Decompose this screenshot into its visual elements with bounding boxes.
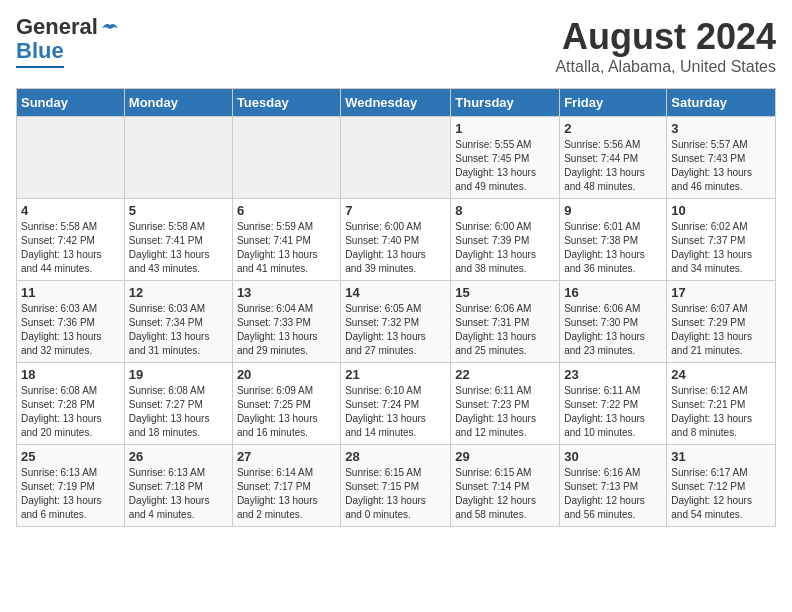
calendar-day-cell: 18Sunrise: 6:08 AM Sunset: 7:28 PM Dayli… (17, 363, 125, 445)
day-info: Sunrise: 6:02 AM Sunset: 7:37 PM Dayligh… (671, 220, 771, 276)
calendar-day-cell: 16Sunrise: 6:06 AM Sunset: 7:30 PM Dayli… (560, 281, 667, 363)
day-number: 18 (21, 367, 120, 382)
day-info: Sunrise: 6:08 AM Sunset: 7:28 PM Dayligh… (21, 384, 120, 440)
day-info: Sunrise: 6:08 AM Sunset: 7:27 PM Dayligh… (129, 384, 228, 440)
day-of-week-header: Monday (124, 89, 232, 117)
calendar-day-cell: 28Sunrise: 6:15 AM Sunset: 7:15 PM Dayli… (341, 445, 451, 527)
day-number: 24 (671, 367, 771, 382)
day-info: Sunrise: 6:10 AM Sunset: 7:24 PM Dayligh… (345, 384, 446, 440)
day-number: 2 (564, 121, 662, 136)
day-number: 4 (21, 203, 120, 218)
day-number: 14 (345, 285, 446, 300)
day-info: Sunrise: 6:00 AM Sunset: 7:39 PM Dayligh… (455, 220, 555, 276)
day-of-week-header: Tuesday (232, 89, 340, 117)
day-number: 15 (455, 285, 555, 300)
day-info: Sunrise: 6:13 AM Sunset: 7:18 PM Dayligh… (129, 466, 228, 522)
calendar-subtitle: Attalla, Alabama, United States (555, 58, 776, 76)
day-of-week-header: Wednesday (341, 89, 451, 117)
day-number: 5 (129, 203, 228, 218)
calendar-day-cell: 19Sunrise: 6:08 AM Sunset: 7:27 PM Dayli… (124, 363, 232, 445)
calendar-week-row: 18Sunrise: 6:08 AM Sunset: 7:28 PM Dayli… (17, 363, 776, 445)
day-info: Sunrise: 6:03 AM Sunset: 7:36 PM Dayligh… (21, 302, 120, 358)
calendar-day-cell: 25Sunrise: 6:13 AM Sunset: 7:19 PM Dayli… (17, 445, 125, 527)
calendar-day-cell: 1Sunrise: 5:55 AM Sunset: 7:45 PM Daylig… (451, 117, 560, 199)
day-info: Sunrise: 5:55 AM Sunset: 7:45 PM Dayligh… (455, 138, 555, 194)
day-info: Sunrise: 6:01 AM Sunset: 7:38 PM Dayligh… (564, 220, 662, 276)
day-number: 27 (237, 449, 336, 464)
day-info: Sunrise: 6:04 AM Sunset: 7:33 PM Dayligh… (237, 302, 336, 358)
day-info: Sunrise: 6:09 AM Sunset: 7:25 PM Dayligh… (237, 384, 336, 440)
day-info: Sunrise: 6:03 AM Sunset: 7:34 PM Dayligh… (129, 302, 228, 358)
day-number: 26 (129, 449, 228, 464)
day-number: 17 (671, 285, 771, 300)
calendar-day-cell: 5Sunrise: 5:58 AM Sunset: 7:41 PM Daylig… (124, 199, 232, 281)
day-info: Sunrise: 6:15 AM Sunset: 7:15 PM Dayligh… (345, 466, 446, 522)
day-info: Sunrise: 6:14 AM Sunset: 7:17 PM Dayligh… (237, 466, 336, 522)
day-number: 25 (21, 449, 120, 464)
day-number: 22 (455, 367, 555, 382)
calendar-day-cell: 10Sunrise: 6:02 AM Sunset: 7:37 PM Dayli… (667, 199, 776, 281)
day-info: Sunrise: 6:15 AM Sunset: 7:14 PM Dayligh… (455, 466, 555, 522)
calendar-day-cell (232, 117, 340, 199)
day-info: Sunrise: 5:57 AM Sunset: 7:43 PM Dayligh… (671, 138, 771, 194)
calendar-day-cell: 2Sunrise: 5:56 AM Sunset: 7:44 PM Daylig… (560, 117, 667, 199)
day-number: 7 (345, 203, 446, 218)
day-number: 11 (21, 285, 120, 300)
calendar-day-cell (17, 117, 125, 199)
day-info: Sunrise: 5:58 AM Sunset: 7:42 PM Dayligh… (21, 220, 120, 276)
calendar-day-cell: 8Sunrise: 6:00 AM Sunset: 7:39 PM Daylig… (451, 199, 560, 281)
calendar-day-cell: 20Sunrise: 6:09 AM Sunset: 7:25 PM Dayli… (232, 363, 340, 445)
calendar-day-cell: 3Sunrise: 5:57 AM Sunset: 7:43 PM Daylig… (667, 117, 776, 199)
calendar-day-cell: 14Sunrise: 6:05 AM Sunset: 7:32 PM Dayli… (341, 281, 451, 363)
calendar-day-cell: 26Sunrise: 6:13 AM Sunset: 7:18 PM Dayli… (124, 445, 232, 527)
calendar-week-row: 4Sunrise: 5:58 AM Sunset: 7:42 PM Daylig… (17, 199, 776, 281)
logo-text: General (16, 16, 120, 38)
calendar-day-cell (124, 117, 232, 199)
day-info: Sunrise: 6:07 AM Sunset: 7:29 PM Dayligh… (671, 302, 771, 358)
calendar-day-cell: 9Sunrise: 6:01 AM Sunset: 7:38 PM Daylig… (560, 199, 667, 281)
calendar-day-cell: 30Sunrise: 6:16 AM Sunset: 7:13 PM Dayli… (560, 445, 667, 527)
day-number: 16 (564, 285, 662, 300)
day-number: 29 (455, 449, 555, 464)
day-info: Sunrise: 6:06 AM Sunset: 7:31 PM Dayligh… (455, 302, 555, 358)
calendar-day-cell: 29Sunrise: 6:15 AM Sunset: 7:14 PM Dayli… (451, 445, 560, 527)
calendar-table: SundayMondayTuesdayWednesdayThursdayFrid… (16, 88, 776, 527)
calendar-day-cell: 13Sunrise: 6:04 AM Sunset: 7:33 PM Dayli… (232, 281, 340, 363)
day-info: Sunrise: 6:05 AM Sunset: 7:32 PM Dayligh… (345, 302, 446, 358)
day-info: Sunrise: 6:13 AM Sunset: 7:19 PM Dayligh… (21, 466, 120, 522)
calendar-day-cell: 11Sunrise: 6:03 AM Sunset: 7:36 PM Dayli… (17, 281, 125, 363)
day-number: 12 (129, 285, 228, 300)
calendar-day-cell: 17Sunrise: 6:07 AM Sunset: 7:29 PM Dayli… (667, 281, 776, 363)
page-header: General Blue August 2024 Attalla, Alabam… (16, 16, 776, 76)
calendar-day-cell: 4Sunrise: 5:58 AM Sunset: 7:42 PM Daylig… (17, 199, 125, 281)
day-info: Sunrise: 5:58 AM Sunset: 7:41 PM Dayligh… (129, 220, 228, 276)
day-of-week-header: Thursday (451, 89, 560, 117)
calendar-title: August 2024 (555, 16, 776, 58)
calendar-day-cell: 22Sunrise: 6:11 AM Sunset: 7:23 PM Dayli… (451, 363, 560, 445)
day-info: Sunrise: 6:11 AM Sunset: 7:22 PM Dayligh… (564, 384, 662, 440)
day-number: 13 (237, 285, 336, 300)
day-number: 23 (564, 367, 662, 382)
day-number: 31 (671, 449, 771, 464)
day-number: 1 (455, 121, 555, 136)
calendar-day-cell: 6Sunrise: 5:59 AM Sunset: 7:41 PM Daylig… (232, 199, 340, 281)
day-number: 3 (671, 121, 771, 136)
day-number: 20 (237, 367, 336, 382)
calendar-day-cell: 7Sunrise: 6:00 AM Sunset: 7:40 PM Daylig… (341, 199, 451, 281)
day-info: Sunrise: 6:00 AM Sunset: 7:40 PM Dayligh… (345, 220, 446, 276)
day-info: Sunrise: 6:12 AM Sunset: 7:21 PM Dayligh… (671, 384, 771, 440)
day-number: 9 (564, 203, 662, 218)
calendar-day-cell: 24Sunrise: 6:12 AM Sunset: 7:21 PM Dayli… (667, 363, 776, 445)
calendar-day-cell: 12Sunrise: 6:03 AM Sunset: 7:34 PM Dayli… (124, 281, 232, 363)
day-number: 6 (237, 203, 336, 218)
day-number: 10 (671, 203, 771, 218)
calendar-day-cell (341, 117, 451, 199)
calendar-header: SundayMondayTuesdayWednesdayThursdayFrid… (17, 89, 776, 117)
logo-bird-icon (100, 20, 120, 36)
calendar-week-row: 1Sunrise: 5:55 AM Sunset: 7:45 PM Daylig… (17, 117, 776, 199)
calendar-day-cell: 15Sunrise: 6:06 AM Sunset: 7:31 PM Dayli… (451, 281, 560, 363)
day-number: 21 (345, 367, 446, 382)
day-of-week-header: Sunday (17, 89, 125, 117)
day-number: 19 (129, 367, 228, 382)
logo: General Blue (16, 16, 120, 68)
